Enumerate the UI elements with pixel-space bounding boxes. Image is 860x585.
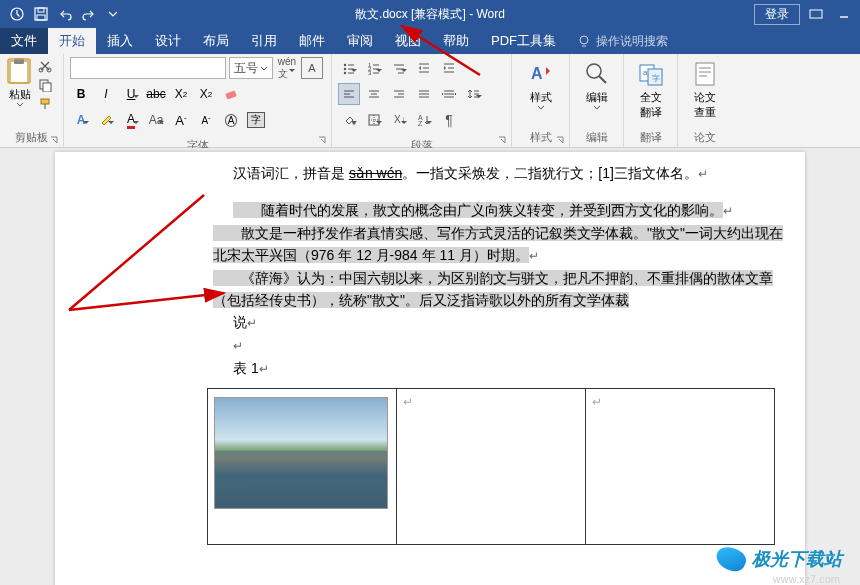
paste-icon: [6, 57, 34, 85]
copy-button[interactable]: [36, 76, 54, 94]
tab-help[interactable]: 帮助: [432, 28, 480, 54]
lightbulb-icon: [577, 34, 591, 48]
highlight-button[interactable]: [95, 109, 117, 131]
enclose-char-button[interactable]: A: [220, 109, 242, 131]
page[interactable]: 汉语词汇，拼音是 sǎn wén。一指文采焕发，二指犹行文；[1]三指文体名。↵…: [55, 152, 805, 585]
body-blank[interactable]: ↵: [233, 334, 785, 357]
increase-indent-button[interactable]: [438, 57, 460, 79]
show-marks-button[interactable]: ¶: [438, 109, 460, 131]
table-cell-1[interactable]: [208, 389, 397, 545]
phonetic-guide-button[interactable]: wén文: [276, 57, 298, 79]
qat-customize-icon[interactable]: [102, 3, 124, 25]
shrink-font-button[interactable]: Aˇ: [195, 109, 217, 131]
svg-text:X↓: X↓: [394, 114, 406, 125]
cut-button[interactable]: [36, 57, 54, 75]
shading-button[interactable]: [338, 109, 360, 131]
svg-line-66: [599, 76, 606, 83]
tab-file[interactable]: 文件: [0, 28, 48, 54]
strikethrough-button[interactable]: abc: [145, 83, 167, 105]
body-line-1[interactable]: 汉语词汇，拼音是 sǎn wén。一指文采焕发，二指犹行文；[1]三指文体名。↵: [233, 162, 785, 185]
group-clipboard: 粘贴 剪贴板: [0, 54, 64, 147]
group-font: 五号 wén文 A B I U abc X2 X2 A A Aa Aˆ Aˇ A…: [64, 54, 332, 147]
paragraph-dialog-launcher-icon[interactable]: [497, 131, 509, 143]
minimize-icon[interactable]: [832, 3, 856, 25]
watermark: 极光下载站: [716, 547, 842, 571]
font-color-button[interactable]: A: [120, 109, 142, 131]
bullets-button[interactable]: [338, 57, 360, 79]
text-direction-button[interactable]: X↓: [388, 109, 410, 131]
font-name-input[interactable]: [70, 57, 226, 79]
tab-design[interactable]: 设计: [144, 28, 192, 54]
borders-button[interactable]: [363, 109, 385, 131]
group-styles: A 样式 样式: [512, 54, 570, 147]
italic-button[interactable]: I: [95, 83, 117, 105]
ribbon-tabs: 文件 开始 插入 设计 布局 引用 邮件 审阅 视图 帮助 PDF工具集 操作说…: [0, 28, 860, 54]
char-border-button[interactable]: 字: [245, 109, 267, 131]
save-icon[interactable]: [30, 3, 52, 25]
editing-button[interactable]: 编辑: [576, 57, 617, 110]
body-paragraph-3[interactable]: 《辞海》认为：中国六朝以来，为区别韵文与骈文，把凡不押韵、不重排偶的散体文章（包…: [213, 267, 785, 311]
window-title: 散文.docx [兼容模式] - Word: [355, 6, 505, 23]
numbering-button[interactable]: 123: [363, 57, 385, 79]
tab-home[interactable]: 开始: [48, 28, 96, 54]
paper-check-icon: [692, 61, 718, 87]
superscript-button[interactable]: X2: [195, 83, 217, 105]
login-button[interactable]: 登录: [754, 4, 800, 25]
subscript-button[interactable]: X2: [170, 83, 192, 105]
align-center-button[interactable]: [363, 83, 385, 105]
tab-insert[interactable]: 插入: [96, 28, 144, 54]
align-right-button[interactable]: [388, 83, 410, 105]
font-size-input[interactable]: 五号: [229, 57, 273, 79]
font-dialog-launcher-icon[interactable]: [317, 131, 329, 143]
tell-me[interactable]: 操作说明搜索: [567, 28, 678, 54]
underline-button[interactable]: U: [120, 83, 142, 105]
grow-font-button[interactable]: Aˆ: [170, 109, 192, 131]
paper-check-label: 论文查重: [694, 90, 716, 120]
clipboard-dialog-launcher-icon[interactable]: [49, 131, 61, 143]
tab-view[interactable]: 视图: [384, 28, 432, 54]
line-spacing-button[interactable]: [463, 83, 485, 105]
paper-check-button[interactable]: 论文查重: [684, 57, 726, 120]
svg-text:3: 3: [368, 70, 372, 75]
paste-button[interactable]: 粘贴: [6, 57, 34, 113]
table-cell-3[interactable]: ↵: [586, 389, 775, 545]
tab-layout[interactable]: 布局: [192, 28, 240, 54]
distribute-button[interactable]: [438, 83, 460, 105]
multilevel-list-button[interactable]: [388, 57, 410, 79]
body-paragraph-2[interactable]: 散文是一种抒发作者真情实感、写作方式灵活的记叙类文学体裁。"散文"一词大约出现在…: [213, 222, 785, 267]
justify-button[interactable]: [413, 83, 435, 105]
styles-dialog-launcher-icon[interactable]: [555, 131, 567, 143]
watermark-text: 极光下载站: [752, 547, 842, 571]
svg-point-20: [344, 68, 346, 70]
svg-rect-3: [37, 15, 45, 20]
document-table[interactable]: ↵ ↵: [207, 388, 775, 545]
align-left-button[interactable]: [338, 83, 360, 105]
ribbon-display-icon[interactable]: [804, 3, 828, 25]
svg-rect-2: [38, 8, 44, 12]
tab-pdf[interactable]: PDF工具集: [480, 28, 567, 54]
table-cell-2[interactable]: ↵: [397, 389, 586, 545]
text-effects-button[interactable]: A: [70, 109, 92, 131]
bold-button[interactable]: B: [70, 83, 92, 105]
ribbon: 粘贴 剪贴板 五号 wén文 A B I U abc X2 X2: [0, 54, 860, 148]
undo-icon[interactable]: [54, 3, 76, 25]
tell-me-text: 操作说明搜索: [596, 33, 668, 50]
char-shading-button[interactable]: Aa: [145, 109, 167, 131]
decrease-indent-button[interactable]: [413, 57, 435, 79]
autosave-icon[interactable]: [6, 3, 28, 25]
styles-button[interactable]: A 样式: [518, 57, 563, 110]
tab-references[interactable]: 引用: [240, 28, 288, 54]
body-shuo[interactable]: 说↵: [233, 311, 785, 334]
body-paragraph-1[interactable]: 随着时代的发展，散文的概念由广义向狭义转变，并受到西方文化的影响。↵: [233, 199, 785, 222]
tab-review[interactable]: 审阅: [336, 28, 384, 54]
tab-mailings[interactable]: 邮件: [288, 28, 336, 54]
redo-icon[interactable]: [78, 3, 100, 25]
sort-button[interactable]: AZ: [413, 109, 435, 131]
document-area[interactable]: 汉语词汇，拼音是 sǎn wén。一指文采焕发，二指犹行文；[1]三指文体名。↵…: [0, 148, 860, 585]
border-button[interactable]: A: [301, 57, 323, 79]
clear-formatting-button[interactable]: [220, 83, 242, 105]
table-caption[interactable]: 表 1↵: [233, 357, 785, 380]
translate-button[interactable]: a字 全文翻译: [630, 57, 671, 120]
format-painter-button[interactable]: [36, 95, 54, 113]
table-image[interactable]: [214, 397, 388, 509]
